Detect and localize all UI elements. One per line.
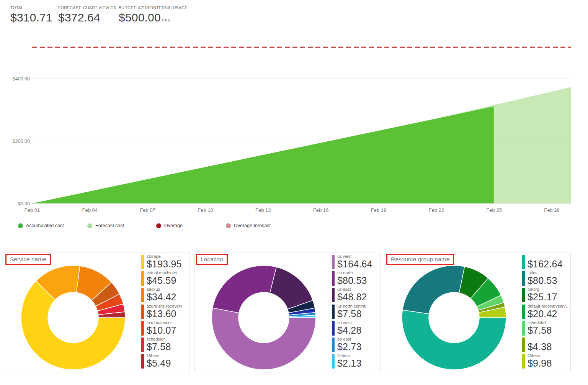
legend-item-value: $80.53 xyxy=(337,275,367,286)
legend-item-value: $7.58 xyxy=(337,309,366,319)
legend-color-bar xyxy=(332,337,335,352)
donut-legend-item-load-balancer[interactable]: load balancer$10.07 xyxy=(141,320,189,337)
stat-total-label: TOTAL xyxy=(10,5,52,10)
donut-legend-item-us-west[interactable]: us west$164.64 xyxy=(332,254,380,270)
donut-legend-item-eu-north[interactable]: eu north$80.53 xyxy=(332,270,380,287)
legend-item-forecast-cost[interactable]: Forecast cost xyxy=(87,223,124,228)
legend-dot xyxy=(156,223,161,228)
stat-budget-label: BUDGET: AZUREINTERNALUSAGE xyxy=(119,5,188,10)
legend-item-value: $20.42 xyxy=(528,309,570,319)
legend-item-label: us north central xyxy=(337,304,366,309)
legend-item-value: $2.13 xyxy=(337,358,362,369)
x-axis-tick-label: Feb 13 xyxy=(255,207,271,213)
legend-item-value: $25.17 xyxy=(528,292,557,302)
x-axis-tick-label: Feb 01 xyxy=(24,207,40,213)
legend-item-value: $48.82 xyxy=(337,292,367,302)
location-legend: us west$164.64eu north$80.53us east$48.8… xyxy=(332,254,380,370)
service-name-donut[interactable] xyxy=(20,264,127,371)
location-title: Location xyxy=(201,256,223,262)
legend-item-value: $4.38 xyxy=(528,342,552,352)
donut-legend-item-us-east[interactable]: us east$48.82 xyxy=(332,287,380,303)
legend-color-bar xyxy=(332,305,335,319)
legend-item-value: $80.53 xyxy=(528,275,557,286)
legend-color-bar xyxy=(141,305,144,319)
donut-legend-item-others[interactable]: Others$9.98 xyxy=(522,353,570,370)
service-name-panel: Service name storage$193.95virtual machi… xyxy=(4,252,190,372)
donut-legend-item-others[interactable]: Others$5.49 xyxy=(141,353,189,370)
legend-color-bar xyxy=(332,288,335,302)
donut-slice-eu-north[interactable] xyxy=(212,265,276,313)
legend-item-value: $193.95 xyxy=(147,259,182,269)
donut-legend-item--clus-[interactable]: _clus…$80.53 xyxy=(522,270,570,287)
legend-item-label xyxy=(528,337,552,342)
legend-item-value: $9.98 xyxy=(528,358,552,369)
x-axis-tick-label: Feb 28 xyxy=(544,207,559,213)
x-axis-tick-label: Feb 25 xyxy=(486,207,501,213)
legend-item-label: eu west xyxy=(337,320,362,325)
donut-legend-item-azure-site-recovery[interactable]: azure site recovery$13.60 xyxy=(141,304,189,320)
x-axis-tick-label: Feb 19 xyxy=(371,207,386,213)
donut-legend-item-schedule1[interactable]: schedule1$7.58 xyxy=(522,320,570,337)
legend-color-bar xyxy=(141,288,144,302)
legend-item-overage[interactable]: Overage xyxy=(156,223,183,228)
cost-summary-header: TOTAL $310.71 FORECAST: CHART VIEW ON $3… xyxy=(0,5,588,28)
resource-group-annotation-box: Resource group name xyxy=(386,254,454,265)
donut-legend-item-unlabeled[interactable]: $162.64 xyxy=(522,254,570,270)
legend-color-bar xyxy=(522,354,525,369)
legend-item-value: $2.73 xyxy=(337,342,362,352)
stat-budget-value: $500.00/mo xyxy=(119,11,188,24)
x-axis-tick-label: Feb 04 xyxy=(82,207,98,213)
x-axis-tick-label: Feb 16 xyxy=(313,207,328,213)
x-axis-tick-label: Feb 10 xyxy=(198,207,213,213)
x-axis-tick-label: Feb 07 xyxy=(140,207,155,213)
legend-color-bar xyxy=(332,271,335,286)
donut-legend-item-unlabeled[interactable]: $4.38 xyxy=(522,337,570,353)
y-axis-tick-label: $200.00 xyxy=(13,139,30,144)
legend-item-label: ap east xyxy=(337,337,362,342)
donut-legend-item-default-recoveryservi-[interactable]: default-recoveryservi…$20.42 xyxy=(522,304,570,320)
legend-item-label: default-recoveryservi… xyxy=(528,304,570,309)
donut-legend-item-scheduler[interactable]: scheduler$7.58 xyxy=(141,337,189,353)
location-annotation-box: Location xyxy=(196,254,228,265)
donut-legend-item-virtual-machines[interactable]: virtual machines$45.59 xyxy=(141,270,189,287)
donut-legend-item-eu-west[interactable]: eu west$4.28 xyxy=(332,320,380,337)
legend-color-bar xyxy=(522,271,525,286)
legend-label: Overage xyxy=(164,223,183,228)
stat-budget: BUDGET: AZUREINTERNALUSAGE $500.00/mo xyxy=(119,5,188,24)
accumulated-cost-area[interactable] xyxy=(32,106,494,203)
donut-slice-unlabeled[interactable] xyxy=(402,310,506,370)
donut-legend-item-ap-east[interactable]: ap east$2.73 xyxy=(332,337,380,353)
donut-legend-item-us-north-central[interactable]: us north central$7.58 xyxy=(332,304,380,320)
stat-forecast-label: FORECAST: CHART VIEW ON xyxy=(58,5,117,10)
stat-forecast: FORECAST: CHART VIEW ON $372.64 xyxy=(58,5,117,24)
legend-item-label: scheduler xyxy=(147,337,171,342)
donut-slice--clus-[interactable] xyxy=(402,265,464,314)
legend-item-value: $13.60 xyxy=(147,309,182,319)
x-axis-tick-label: Feb 22 xyxy=(429,207,444,213)
legend-color-bar xyxy=(522,321,525,336)
legend-color-bar xyxy=(522,305,525,319)
donut-legend-item-others[interactable]: Others$2.13 xyxy=(332,353,380,370)
area-chart-legend: Accumulated costForecast costOverageOver… xyxy=(0,223,588,231)
legend-color-bar xyxy=(141,354,144,369)
location-panel: Location us west$164.64eu north$80.53us … xyxy=(194,252,381,372)
legend-item-value: $34.42 xyxy=(147,292,176,302)
resource-group-panel: Resource group name $162.64_clus…$80.53o… xyxy=(385,252,571,372)
legend-item-accumulated-cost[interactable]: Accumulated cost xyxy=(18,223,64,228)
legend-item-value: $45.59 xyxy=(147,275,177,286)
legend-item-overage-forecast[interactable]: Overage forecast xyxy=(226,223,271,228)
legend-color-bar xyxy=(141,255,144,269)
legend-item-value: $7.58 xyxy=(528,325,552,336)
donut-legend-item-storage[interactable]: storage$193.95 xyxy=(141,254,189,270)
legend-label: Forecast cost xyxy=(95,223,124,228)
legend-dot xyxy=(18,223,23,228)
donut-legend-item-omsrg[interactable]: omsrg$25.17 xyxy=(522,287,570,303)
location-donut[interactable] xyxy=(210,264,317,371)
legend-color-bar xyxy=(141,321,144,336)
legend-color-bar xyxy=(141,337,144,352)
donut-legend-item-backup[interactable]: backup$34.42 xyxy=(141,287,189,303)
stat-total: TOTAL $310.71 xyxy=(10,5,52,24)
stat-total-value: $310.71 xyxy=(10,11,52,24)
resource-group-donut[interactable] xyxy=(400,264,508,371)
accumulated-cost-area-chart[interactable]: $0.00$200.00$400.00Feb 01Feb 04Feb 07Feb… xyxy=(0,38,588,218)
